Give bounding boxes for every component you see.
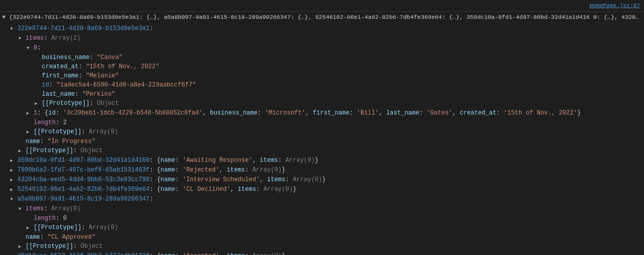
toggle-closed[interactable] [18, 146, 25, 156]
key: [[Prototype]] [42, 99, 90, 108]
key: 322e0744-7d11-4d20-8a69-b153d9e5e3a1 [17, 24, 149, 33]
colon: : [82, 223, 89, 232]
value: Array(2) [51, 34, 81, 43]
key: items [25, 34, 44, 43]
tree-line: a5a8b097-9a91-4615-8c19-289a99266347: [0, 194, 644, 204]
inline-preview: {name: 'Accepted', items: Array(0)} [157, 251, 286, 255]
key: length [34, 214, 56, 223]
tree: 322e0744-7d11-4d20-8a69-b153d9e5e3a1: it… [0, 23, 644, 255]
colon: : [90, 53, 97, 62]
key: 0 [34, 43, 37, 52]
key: last_name [42, 90, 75, 99]
toggle-closed[interactable] [10, 156, 17, 165]
key: [[Prototype]] [25, 146, 73, 155]
colon: : [90, 99, 97, 108]
toggle-open[interactable] [18, 204, 25, 214]
filename-link[interactable]: HomePage.jsx:67 [589, 3, 640, 9]
colon: : [75, 90, 82, 99]
value: "15th of Nov., 2022" [86, 62, 159, 71]
colon: : [79, 62, 86, 71]
toggle-open[interactable] [10, 194, 17, 204]
toggle-open[interactable] [27, 43, 34, 53]
tree-line: 0: [0, 43, 644, 53]
value: Object [97, 99, 119, 108]
key: length [34, 118, 56, 127]
value: "Canva" [97, 53, 122, 62]
toggle-closed[interactable] [18, 242, 25, 251]
value: Array(0) [51, 204, 81, 213]
tree-line: [[Prototype]]: Object [0, 99, 644, 108]
colon: : [149, 185, 157, 194]
tree-line: 322e0744-7d11-4d20-8a69-b153d9e5e3a1: [0, 24, 644, 34]
colon: : [73, 146, 81, 155]
tree-line: [[Prototype]]: Array(0) [0, 127, 644, 137]
toggle-open[interactable] [18, 34, 25, 43]
tree-line: [[Prototype]]: Array(0) [0, 223, 644, 233]
toggle-closed[interactable] [10, 165, 17, 175]
key: [[Prototype]] [25, 242, 73, 251]
tree-line: [[Prototype]]: Object [0, 242, 644, 251]
tree-line: length: 2 [0, 118, 644, 127]
key: 1 [34, 108, 37, 118]
tree-line: 359dc10a-0fd1-4d97-80bd-32d41a1d4160: {n… [0, 156, 644, 165]
toggle-closed[interactable] [10, 175, 17, 185]
key: name [25, 137, 40, 146]
value: 0 [63, 214, 67, 223]
tree-line: name: "CL Approved" [0, 233, 644, 242]
toggle-closed[interactable] [35, 99, 42, 108]
colon: : [149, 175, 157, 184]
key: items [25, 204, 44, 213]
toggle-closed[interactable] [27, 108, 34, 118]
value: Array(0) [89, 223, 118, 232]
key: business_name [42, 53, 90, 62]
colon: : [149, 165, 157, 175]
colon: : [73, 242, 81, 251]
tree-line: last_name: "Perkins" [0, 90, 644, 99]
value: "Melanie" [86, 71, 119, 80]
key: d9d12eaa-5532-412f-80b3-b727cdb0132f [17, 251, 149, 255]
tree-line: 52546102-06e1-4a62-82b6-7db4fe369e64: {n… [0, 185, 644, 194]
colon: : [149, 194, 157, 204]
toggle-closed[interactable] [10, 185, 17, 194]
tree-line: first_name: "Melanie" [0, 71, 644, 80]
colon: : [149, 251, 157, 255]
toggle-open[interactable] [10, 24, 17, 34]
tree-line: id: "1a8ec5a4-6590-41d8-a8e4-229aabccf6f… [0, 80, 644, 90]
key: [[Prototype]] [34, 127, 82, 136]
tree-line: name: "In Progress" [0, 137, 644, 146]
key: first_name [42, 71, 79, 80]
tree-line: 43204cba-eed5-4dd4-9bb6-53c3e83cc790: {n… [0, 175, 644, 185]
toggle-closed[interactable] [27, 127, 34, 137]
tree-line: length: 0 [0, 214, 644, 223]
inline-preview: {name: 'Interview Scheduled', items: Arr… [157, 175, 326, 184]
colon: : [44, 204, 51, 213]
colon: : [44, 34, 51, 43]
colon: : [40, 233, 47, 242]
key: created_at [42, 62, 79, 71]
value: Object [81, 242, 102, 251]
value: "1a8ec5a4-6590-41d8-a8e4-229aabccf6f7" [57, 80, 196, 90]
colon: : [40, 137, 47, 146]
toggle-closed[interactable] [10, 251, 17, 255]
tree-line: items: Array(2) [0, 34, 644, 43]
tree-line: created_at: "15th of Nov., 2022" [0, 62, 644, 71]
tree-line: 7899b6a2-1fd7-497c-bef6-65ab1531463f: {n… [0, 165, 644, 175]
tree-line: business_name: "Canva" [0, 53, 644, 62]
value: "CL Approved" [47, 233, 95, 242]
colon: : [149, 24, 157, 33]
inline-preview: {name: 'Rejected', items: Array(0)} [157, 165, 286, 175]
colon: : [37, 43, 44, 52]
value: "Perkins" [82, 90, 115, 99]
key: a5a8b097-9a91-4615-8c19-289a99266347 [17, 194, 149, 204]
toggle-closed[interactable] [27, 223, 34, 233]
colon: : [82, 127, 89, 136]
tree-line: [[Prototype]]: Object [0, 146, 644, 156]
key: 43204cba-eed5-4dd4-9bb6-53c3e83cc790 [17, 175, 149, 184]
tree-line: items: Array(0) [0, 204, 644, 214]
tree-line: d9d12eaa-5532-412f-80b3-b727cdb0132f: {n… [0, 251, 644, 255]
inline-preview: {name: 'CL Declined', items: Array(0)} [157, 185, 297, 194]
top-bar: HomePage.jsx:67 [0, 0, 644, 12]
colon: : [149, 156, 157, 165]
console-container: HomePage.jsx:67 ▼ {322e0744-7d11-4d20-8a… [0, 0, 644, 255]
colon: : [56, 118, 63, 127]
